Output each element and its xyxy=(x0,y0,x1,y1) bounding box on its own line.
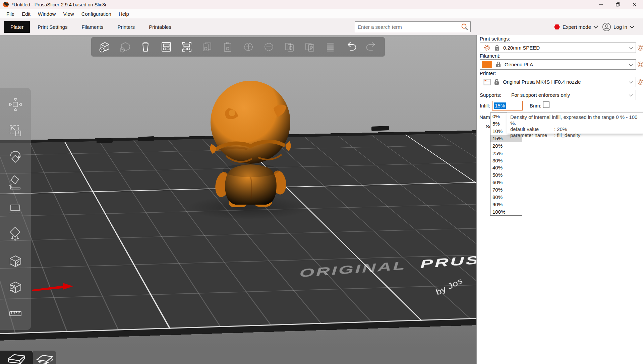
title-bar: *Untitled - PrusaSlicer-2.9.4 based on S… xyxy=(0,0,643,9)
arrange-button[interactable] xyxy=(159,40,174,54)
tab-print-settings[interactable]: Print Settings xyxy=(38,21,67,33)
delete-model-button[interactable] xyxy=(118,40,132,54)
lock-icon xyxy=(494,45,500,51)
menu-view[interactable]: View xyxy=(59,10,77,18)
infill-option[interactable]: 25% xyxy=(490,149,522,157)
copy-button[interactable] xyxy=(200,40,215,54)
measure-icon xyxy=(7,305,23,321)
infill-option[interactable]: 50% xyxy=(490,171,522,179)
tooltip-default-value: : 20% xyxy=(554,126,567,132)
filament-value: Generic PLA xyxy=(505,62,533,67)
fuzzy-skin-button[interactable] xyxy=(6,278,25,297)
infill-option[interactable]: 40% xyxy=(490,164,522,171)
menu-configuration[interactable]: Configuration xyxy=(78,10,115,18)
seam-painting-icon xyxy=(7,253,23,269)
move-icon xyxy=(7,96,23,113)
filament-combo[interactable]: Generic PLA xyxy=(480,59,636,70)
add-instance-button[interactable] xyxy=(241,40,256,54)
print-settings-value: 0.20mm SPEED xyxy=(503,45,540,51)
paint-on-supports-button[interactable] xyxy=(6,226,25,244)
split-to-objects-button[interactable] xyxy=(282,40,297,54)
menu-help[interactable]: Help xyxy=(115,10,133,18)
tab-filaments[interactable]: Filaments xyxy=(81,21,103,33)
delete-all-button[interactable] xyxy=(138,40,153,54)
printer-gear-button[interactable] xyxy=(637,78,643,86)
object-list-header-clipped: Nam xyxy=(479,114,490,120)
paste-button[interactable] xyxy=(220,40,235,54)
search-box xyxy=(355,21,471,32)
tooltip-default-label: default value xyxy=(510,126,554,132)
tooltip-param-value: : fill_density xyxy=(554,132,580,138)
menu-window[interactable]: Window xyxy=(34,10,59,18)
cut-button[interactable] xyxy=(6,200,25,218)
restore-icon xyxy=(616,2,620,7)
printer-combo[interactable]: Original Prusa MK4S HF0.4 nozzle xyxy=(480,77,636,87)
delete-model-icon xyxy=(118,40,132,54)
redo-button[interactable] xyxy=(364,40,379,54)
remove-instance-icon xyxy=(262,40,276,54)
login-button[interactable]: Log in xyxy=(602,21,633,32)
search-icon[interactable] xyxy=(461,23,468,30)
add-model-button[interactable] xyxy=(97,40,112,54)
prusaslicer-window: { "window": { "title": "*Untitled - Prus… xyxy=(0,0,643,364)
bed-clip xyxy=(371,126,389,131)
expert-mode-icon xyxy=(554,24,560,30)
tab-plater[interactable]: Plater xyxy=(4,21,30,33)
place-on-face-button[interactable] xyxy=(6,173,25,192)
infill-combo[interactable]: 15% xyxy=(492,101,523,111)
viewport-3d[interactable]: ORIGINAL PRUSA M by Jos xyxy=(0,35,476,364)
preview-view-button[interactable] xyxy=(33,351,56,364)
move-button[interactable] xyxy=(6,95,25,114)
infill-option[interactable]: 100% xyxy=(490,208,522,215)
printer-value: Original Prusa MK4S HF0.4 nozzle xyxy=(503,79,581,85)
fill-bed-button[interactable] xyxy=(179,40,194,54)
menu-file[interactable]: File xyxy=(3,10,18,18)
infill-label: Infill: xyxy=(480,103,490,108)
infill-option[interactable]: 80% xyxy=(490,193,522,201)
cut-icon xyxy=(7,201,23,217)
model-object[interactable] xyxy=(208,78,294,209)
tab-printers[interactable]: Printers xyxy=(117,21,135,33)
scale-button[interactable] xyxy=(6,121,25,140)
filament-gear-button[interactable] xyxy=(637,61,643,68)
tab-printables[interactable]: Printables xyxy=(149,21,171,33)
tab-bar: Plater Print Settings Filaments Printers… xyxy=(0,18,643,35)
infill-option[interactable]: 20% xyxy=(490,142,522,149)
settings-panel: Print settings: 0.20mm SPEED Filament: G… xyxy=(476,35,643,364)
brim-checkbox[interactable] xyxy=(543,101,549,108)
place-on-face-icon xyxy=(7,175,23,191)
plater-toolbar xyxy=(91,37,385,57)
minimize-button[interactable] xyxy=(593,0,609,9)
bed-clip xyxy=(138,136,154,141)
undo-button[interactable] xyxy=(344,40,358,54)
expert-mode-label: Expert mode xyxy=(563,24,591,30)
infill-option[interactable]: 70% xyxy=(490,186,522,194)
variable-layer-height-button[interactable] xyxy=(323,40,338,54)
split-to-parts-button[interactable] xyxy=(302,40,317,54)
minimize-icon xyxy=(599,3,603,7)
print-settings-combo[interactable]: 0.20mm SPEED xyxy=(480,43,636,53)
prusaslicer-logo-icon xyxy=(3,2,9,7)
infill-value: 15% xyxy=(494,102,506,109)
seam-painting-button[interactable] xyxy=(6,252,25,271)
printer-label: Printer: xyxy=(480,70,496,76)
infill-option[interactable]: 60% xyxy=(490,179,522,186)
remove-instance-button[interactable] xyxy=(261,40,276,54)
add-model-icon xyxy=(98,40,111,54)
login-label: Log in xyxy=(613,24,627,30)
infill-option[interactable]: 90% xyxy=(490,201,522,208)
supports-combo[interactable]: For support enforcers only xyxy=(507,90,636,100)
infill-option[interactable]: 30% xyxy=(490,157,522,164)
menu-edit[interactable]: Edit xyxy=(18,10,34,18)
expert-mode-button[interactable]: Expert mode xyxy=(554,21,597,32)
search-input[interactable] xyxy=(355,24,461,30)
user-avatar-icon xyxy=(602,22,611,31)
restore-button[interactable] xyxy=(609,0,626,9)
rotate-button[interactable] xyxy=(6,147,25,166)
editor-view-button[interactable] xyxy=(0,351,33,364)
brim-label: Brim: xyxy=(530,103,541,108)
measure-button[interactable] xyxy=(6,304,25,323)
print-settings-gear-button[interactable] xyxy=(637,44,643,52)
close-button[interactable] xyxy=(626,0,643,9)
scale-icon xyxy=(7,123,23,139)
